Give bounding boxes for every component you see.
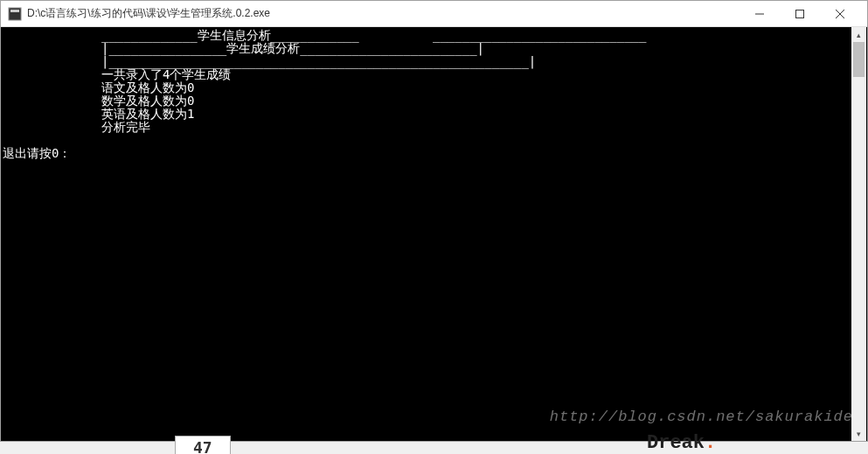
math-pass-line: 数学及格人数为0 bbox=[101, 94, 194, 108]
scroll-up-arrow-icon[interactable]: ▴ bbox=[851, 27, 866, 42]
frag-word: Dreak. bbox=[647, 432, 716, 454]
console-output[interactable]: _____________学生信息分析____________ ________… bbox=[1, 27, 851, 441]
titlebar[interactable]: D:\c语言练习\练习的代码\课设\学生管理系统.0.2.exe bbox=[1, 1, 867, 27]
chinese-pass-line: 语文及格人数为0 bbox=[101, 80, 194, 94]
header-line-1: _____________学生信息分析____________ ________… bbox=[101, 29, 646, 42]
total-line: 一共录入了4个学生成绩 bbox=[101, 67, 231, 81]
svg-rect-3 bbox=[796, 10, 804, 17]
minimize-button[interactable] bbox=[740, 1, 780, 26]
close-button[interactable] bbox=[820, 1, 860, 26]
svg-rect-1 bbox=[10, 10, 19, 12]
done-line: 分析完毕 bbox=[101, 120, 150, 134]
window-controls bbox=[740, 1, 860, 26]
app-window: D:\c语言练习\练习的代码\课设\学生管理系统.0.2.exe _______… bbox=[0, 0, 868, 442]
scroll-thumb[interactable] bbox=[853, 42, 865, 77]
app-icon bbox=[8, 7, 22, 21]
maximize-button[interactable] bbox=[780, 1, 820, 26]
window-title: D:\c语言练习\练习的代码\课设\学生管理系统.0.2.exe bbox=[27, 6, 740, 21]
header-line-2: |________________学生成绩分析_________________… bbox=[101, 42, 536, 68]
vertical-scrollbar[interactable]: ▴ ▾ bbox=[851, 27, 866, 441]
exit-prompt: 退出请按0： bbox=[3, 147, 71, 160]
scroll-track[interactable] bbox=[851, 42, 866, 426]
console-area: _____________学生信息分析____________ ________… bbox=[1, 27, 867, 441]
frag-number: 47 bbox=[175, 436, 231, 454]
background-fragments-bottom: 47 Dreak. bbox=[0, 438, 868, 454]
console-body: 一共录入了4个学生成绩 语文及格人数为0 数学及格人数为0 英语及格人数为1 分… bbox=[101, 68, 231, 134]
watermark-text: http://blog.csdn.net/sakurakide bbox=[550, 409, 853, 425]
english-pass-line: 英语及格人数为1 bbox=[101, 107, 194, 121]
